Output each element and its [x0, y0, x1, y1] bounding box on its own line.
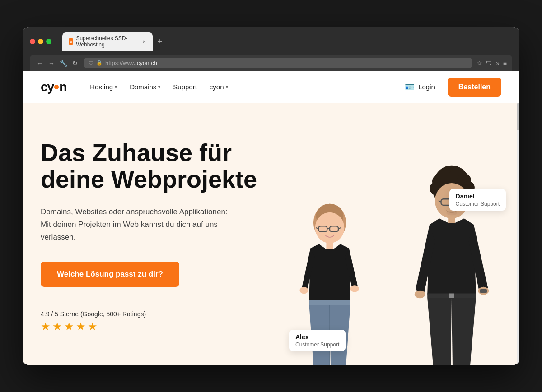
- nav-hosting[interactable]: Hosting ▾: [84, 79, 122, 94]
- browser-frame: c Superschnelles SSD-Webhosting... ✕ + ←…: [23, 27, 519, 365]
- svg-point-9: [300, 287, 308, 294]
- hero-cta-button[interactable]: Welche Lösung passt zu dir?: [41, 262, 179, 287]
- tab-favicon: c: [69, 38, 73, 45]
- new-tab-button[interactable]: +: [154, 35, 166, 48]
- shield-icon: 🛡: [89, 60, 93, 66]
- scrollbar[interactable]: [517, 103, 519, 365]
- login-label: Login: [418, 83, 435, 91]
- browser-actions: ☆ 🛡 » ≡: [477, 60, 507, 67]
- hero-subtitle: Domains, Websites oder anspruchsvolle Ap…: [41, 206, 230, 244]
- close-window-button[interactable]: [30, 39, 35, 44]
- hero-title: Das Zuhause für deine Webprojekte: [41, 139, 276, 193]
- svg-rect-31: [449, 294, 454, 298]
- nav-cyon-label: cyon: [210, 83, 224, 91]
- reload-button[interactable]: ↻: [70, 59, 79, 68]
- nav-cyon[interactable]: cyon ▾: [204, 79, 234, 94]
- shield-action-icon[interactable]: 🛡: [486, 60, 492, 67]
- menu-icon[interactable]: ≡: [503, 60, 507, 67]
- logo-text-n: n: [59, 80, 66, 94]
- tab-bar: c Superschnelles SSD-Webhosting... ✕ +: [62, 32, 166, 51]
- nav-domains-label: Domains: [130, 83, 156, 91]
- hero-section: Das Zuhause für deine Webprojekte Domain…: [23, 103, 519, 365]
- star-1: ★: [41, 320, 51, 333]
- nav-buttons: ← → 🔧 ↻: [35, 59, 79, 68]
- logo-text-cy: cy: [41, 80, 54, 94]
- website-content: cyn Hosting ▾ Domains ▾ Support cyon ▾: [23, 71, 519, 365]
- person-alex-badge: Alex Customer Support: [289, 330, 346, 351]
- scrollbar-thumb: [517, 103, 519, 130]
- address-bar-row: ← → 🔧 ↻ 🛡 🔒 https://www.cyon.ch ☆ 🛡 » ≡: [30, 55, 512, 71]
- star-3: ★: [64, 320, 74, 333]
- svg-rect-11: [309, 300, 350, 305]
- rating-section: 4.9 / 5 Sterne (Google, 500+ Ratings) ★ …: [41, 310, 276, 333]
- url-protocol: https://www.: [105, 60, 137, 66]
- chevron-down-icon: ▾: [226, 84, 228, 89]
- hero-people: Alex Customer Support: [285, 162, 501, 365]
- star-4: ★: [76, 320, 86, 333]
- svg-point-26: [446, 211, 457, 216]
- star-2: ★: [52, 320, 62, 333]
- nav-actions: 🪪 Login Bestellen: [397, 78, 501, 97]
- site-logo[interactable]: cyn: [41, 80, 66, 94]
- browser-chrome: c Superschnelles SSD-Webhosting... ✕ + ←…: [23, 27, 519, 71]
- svg-rect-8: [326, 241, 333, 249]
- maximize-window-button[interactable]: [46, 39, 51, 44]
- lock-icon: 🔒: [96, 60, 103, 66]
- address-bar[interactable]: 🛡 🔒 https://www.cyon.ch: [84, 58, 472, 68]
- traffic-lights: [30, 39, 51, 44]
- svg-point-28: [415, 291, 425, 299]
- svg-rect-32: [480, 289, 487, 293]
- minimize-window-button[interactable]: [38, 39, 43, 44]
- bestellen-button[interactable]: Bestellen: [448, 78, 501, 97]
- nav-links: Hosting ▾ Domains ▾ Support cyon ▾: [84, 79, 397, 94]
- back-button[interactable]: ←: [35, 59, 44, 68]
- extensions-icon[interactable]: »: [496, 60, 500, 67]
- alex-name: Alex: [295, 333, 339, 341]
- nav-support-label: Support: [173, 83, 197, 91]
- url-text: https://www.cyon.ch: [105, 60, 157, 66]
- forward-button[interactable]: →: [47, 59, 56, 68]
- hero-content: Das Zuhause für deine Webprojekte Domain…: [41, 130, 276, 333]
- alex-role: Customer Support: [295, 341, 339, 348]
- daniel-name: Daniel: [456, 193, 500, 200]
- chevron-down-icon: ▾: [115, 84, 117, 89]
- tab-close-button[interactable]: ✕: [142, 38, 146, 45]
- nav-domains[interactable]: Domains ▾: [124, 79, 166, 94]
- nav-hosting-label: Hosting: [90, 83, 113, 91]
- url-domain: cyon.ch: [137, 60, 157, 66]
- person-alex: Alex Customer Support: [285, 194, 375, 365]
- daniel-role: Customer Support: [456, 201, 500, 207]
- active-tab[interactable]: c Superschnelles SSD-Webhosting... ✕: [62, 32, 153, 51]
- main-nav: cyn Hosting ▾ Domains ▾ Support cyon ▾: [23, 71, 519, 103]
- login-icon: 🪪: [405, 82, 415, 92]
- developer-tools-button[interactable]: 🔧: [59, 59, 68, 68]
- browser-controls: c Superschnelles SSD-Webhosting... ✕ +: [30, 32, 512, 51]
- chevron-down-icon: ▾: [158, 84, 160, 89]
- star-rating: ★ ★ ★ ★ ★: [41, 320, 276, 333]
- person-daniel-badge: Daniel Customer Support: [449, 189, 506, 211]
- tab-title: Superschnelles SSD-Webhosting...: [76, 35, 139, 48]
- rating-text: 4.9 / 5 Sterne (Google, 500+ Ratings): [41, 310, 276, 318]
- bookmark-icon[interactable]: ☆: [477, 60, 482, 67]
- nav-support[interactable]: Support: [168, 79, 202, 94]
- star-5: ★: [88, 320, 98, 333]
- svg-point-10: [350, 285, 359, 292]
- logo-dot: [54, 85, 59, 89]
- person-daniel: Daniel Customer Support: [402, 162, 501, 365]
- login-button[interactable]: 🪪 Login: [397, 78, 442, 96]
